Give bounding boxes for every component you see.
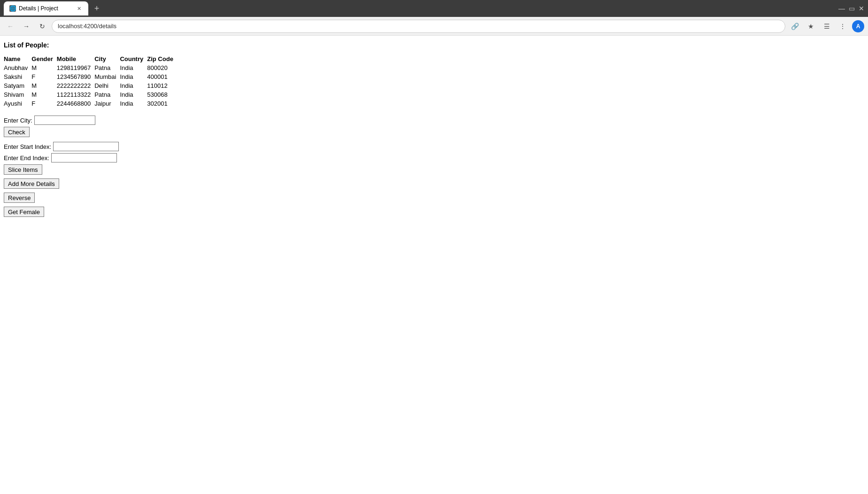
menu-icon[interactable]: ⋮ [836, 20, 849, 33]
table-header-row: Name Gender Mobile City Country Zip Code [4, 54, 177, 63]
tab-bar: 🌐 Details | Project ✕ + — ▭ ✕ [0, 0, 868, 17]
table-cell: Sakshi [4, 72, 31, 81]
tab-bar-controls: — ▭ ✕ [838, 5, 864, 12]
restore-button[interactable]: ▭ [849, 5, 855, 12]
table-cell: Patna [94, 63, 120, 72]
end-index-label: Enter End Index: [4, 154, 49, 162]
col-header-gender: Gender [31, 54, 57, 63]
minimize-button[interactable]: — [838, 5, 845, 12]
table-cell: 2244668800 [57, 99, 94, 108]
table-cell: Anubhav [4, 63, 31, 72]
table-cell: 1122113322 [57, 90, 94, 99]
table-cell: M [31, 81, 57, 90]
table-cell: 530068 [147, 90, 177, 99]
slice-button-wrapper: Slice Items [4, 164, 864, 175]
table-cell: 1234567890 [57, 72, 94, 81]
table-cell: India [120, 81, 147, 90]
browser-chrome: 🌐 Details | Project ✕ + — ▭ ✕ ← → ↻ loca… [0, 0, 868, 36]
close-window-button[interactable]: ✕ [859, 5, 864, 12]
table-cell: India [120, 63, 147, 72]
table-row: SatyamM2222222222DelhiIndia110012 [4, 81, 177, 90]
table-row: AyushiF2244668800JaipurIndia302001 [4, 99, 177, 108]
table-cell: 110012 [147, 81, 177, 90]
table-cell: Mumbai [94, 72, 120, 81]
bookmark-icon[interactable]: ★ [804, 20, 817, 33]
address-text: localhost:4200/details [58, 23, 116, 30]
add-more-button[interactable]: Add More Details [4, 178, 59, 189]
page-content: List of People: Name Gender Mobile City … [0, 36, 868, 223]
end-index-group: Enter End Index: [4, 153, 864, 162]
table-cell: 1298119967 [57, 63, 94, 72]
address-bar[interactable]: localhost:4200/details [52, 20, 785, 33]
city-form-group: Enter City: [4, 116, 864, 125]
table-cell: India [120, 99, 147, 108]
get-female-wrapper: Get Female [4, 207, 864, 217]
table-cell: Shivam [4, 90, 31, 99]
city-label: Enter City: [4, 117, 32, 124]
table-cell: Patna [94, 90, 120, 99]
tab-title: Details | Project [19, 5, 58, 12]
get-female-button[interactable]: Get Female [4, 207, 44, 217]
share-icon[interactable]: 🔗 [788, 20, 801, 33]
start-index-group: Enter Start Index: [4, 142, 864, 151]
slice-items-button[interactable]: Slice Items [4, 164, 42, 175]
table-cell: India [120, 90, 147, 99]
start-index-label: Enter Start Index: [4, 143, 51, 150]
table-cell: Delhi [94, 81, 120, 90]
table-cell: 2222222222 [57, 81, 94, 90]
table-row: AnubhavM1298119967PatnaIndia800020 [4, 63, 177, 72]
table-row: ShivamM1122113322PatnaIndia530068 [4, 90, 177, 99]
col-header-city: City [94, 54, 120, 63]
table-row: SakshiF1234567890MumbaiIndia400001 [4, 72, 177, 81]
table-cell: Jaipur [94, 99, 120, 108]
nav-bar: ← → ↻ localhost:4200/details 🔗 ★ ☰ ⋮ A [0, 17, 868, 36]
col-header-country: Country [120, 54, 147, 63]
table-cell: F [31, 72, 57, 81]
tab-favicon-icon: 🌐 [9, 5, 16, 12]
table-cell: India [120, 72, 147, 81]
back-button[interactable]: ← [4, 20, 17, 33]
user-avatar[interactable]: A [852, 20, 864, 32]
city-input[interactable] [34, 116, 95, 125]
table-cell: 302001 [147, 99, 177, 108]
col-header-name: Name [4, 54, 31, 63]
people-table: Name Gender Mobile City Country Zip Code… [4, 54, 177, 108]
table-cell: Satyam [4, 81, 31, 90]
start-index-input[interactable] [53, 142, 119, 151]
active-tab[interactable]: 🌐 Details | Project ✕ [4, 1, 88, 15]
table-cell: M [31, 63, 57, 72]
table-cell: 800020 [147, 63, 177, 72]
reverse-wrapper: Reverse [4, 193, 864, 203]
table-cell: Ayushi [4, 99, 31, 108]
new-tab-button[interactable]: + [90, 2, 103, 15]
reverse-button[interactable]: Reverse [4, 193, 35, 203]
col-header-zipcode: Zip Code [147, 54, 177, 63]
page-title: List of People: [4, 41, 864, 49]
table-cell: M [31, 90, 57, 99]
tab-close-button[interactable]: ✕ [75, 5, 83, 12]
extensions-icon[interactable]: ☰ [820, 20, 833, 33]
slice-form-section: Enter Start Index: Enter End Index: Slic… [4, 142, 864, 175]
end-index-input[interactable] [51, 153, 117, 162]
forward-button[interactable]: → [20, 20, 33, 33]
check-button-wrapper: Check [4, 127, 864, 137]
table-cell: F [31, 99, 57, 108]
col-header-mobile: Mobile [57, 54, 94, 63]
reload-button[interactable]: ↻ [36, 20, 49, 33]
table-cell: 400001 [147, 72, 177, 81]
add-more-wrapper: Add More Details [4, 178, 864, 189]
check-button[interactable]: Check [4, 127, 30, 137]
